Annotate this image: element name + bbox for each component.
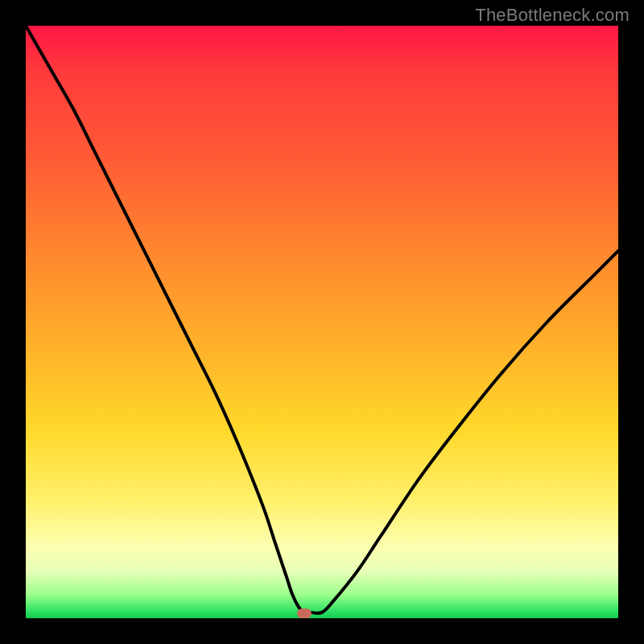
chart-frame: TheBottleneck.com [0, 0, 644, 644]
watermark-text: TheBottleneck.com [475, 5, 630, 26]
minimum-marker [297, 609, 312, 618]
plot-area [26, 26, 618, 618]
bottleneck-curve [26, 26, 618, 618]
